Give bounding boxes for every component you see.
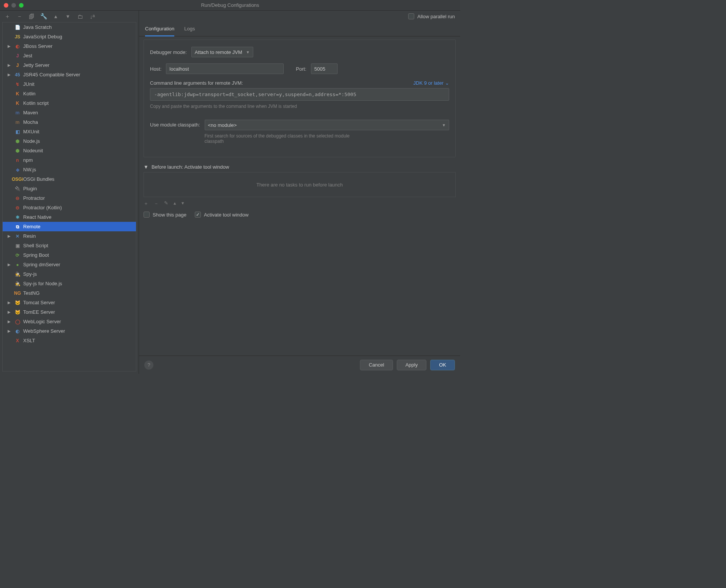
activate-tool-window-checkbox[interactable]	[195, 212, 201, 218]
debugger-mode-select[interactable]: Attach to remote JVM ▼	[191, 47, 253, 57]
tree-item-label: npm	[23, 157, 33, 163]
minimize-window-icon[interactable]	[11, 3, 16, 8]
expand-arrow-icon[interactable]: ▶	[6, 329, 12, 333]
tree-item-label: Protractor	[23, 195, 45, 201]
help-icon[interactable]: ?	[144, 360, 153, 370]
expand-arrow-icon[interactable]: ▶	[6, 300, 12, 305]
tree-item-label: Protractor (Kotlin)	[23, 205, 62, 210]
tree-item-protractor-kotlin-[interactable]: ⊝Protractor (Kotlin)	[3, 203, 136, 212]
configuration-panel: Debugger mode: Attach to remote JVM ▼ Ho…	[144, 40, 456, 157]
tree-item-jetty-server[interactable]: ▶JJetty Server	[3, 60, 136, 70]
tree-item-label: Jetty Server	[23, 62, 49, 68]
tree-item-mocha[interactable]: mMocha	[3, 117, 136, 127]
add-config-icon[interactable]: ＋	[4, 13, 11, 20]
tree-item-tomcat-server[interactable]: ▶🐱Tomcat Server	[3, 298, 136, 307]
tree-item-websphere-server[interactable]: ▶◐WebSphere Server	[3, 326, 136, 336]
tree-item-nodeunit[interactable]: ⬢Nodeunit	[3, 146, 136, 155]
tree-item-node-js[interactable]: ⬢Node.js	[3, 136, 136, 146]
maximize-window-icon[interactable]	[19, 3, 24, 8]
expand-arrow-icon[interactable]: ▶	[6, 73, 12, 77]
tree-item-maven[interactable]: mMaven	[3, 108, 136, 117]
allow-parallel-checkbox[interactable]	[408, 13, 414, 19]
tree-item-shell-script[interactable]: ▣Shell Script	[3, 241, 136, 250]
add-task-icon[interactable]: ＋	[144, 200, 148, 207]
edit-task-icon[interactable]: ✎	[164, 200, 168, 207]
kotlin-script-icon: K	[14, 100, 21, 107]
ok-button[interactable]: OK	[430, 360, 455, 370]
host-input[interactable]: localhost	[166, 63, 284, 74]
tree-item-osgi-bundles[interactable]: OSGiOSGi Bundles	[3, 174, 136, 184]
tree-item-kotlin[interactable]: KKotlin	[3, 89, 136, 98]
chevron-down-icon: ▼	[442, 123, 446, 127]
jetty-server-icon: J	[14, 62, 21, 69]
folder-icon[interactable]: 🗀	[77, 13, 84, 20]
apply-button[interactable]: Apply	[397, 360, 427, 370]
expand-arrow-icon[interactable]: ▶	[6, 319, 12, 324]
expand-arrow-icon[interactable]: ▶	[6, 234, 12, 238]
classpath-select[interactable]: <no module> ▼	[205, 120, 449, 130]
tree-item-protractor[interactable]: ⊝Protractor	[3, 193, 136, 203]
tree-item-label: MXUnit	[23, 129, 39, 134]
tree-item-tomee-server[interactable]: ▶🐱TomEE Server	[3, 307, 136, 317]
expand-arrow-icon[interactable]: ▶	[6, 63, 12, 67]
nodeunit-icon: ⬢	[14, 147, 21, 154]
sort-icon[interactable]: ↓ª	[89, 13, 96, 20]
tab-logs[interactable]: Logs	[184, 26, 195, 36]
port-input[interactable]: 5005	[311, 63, 338, 74]
tree-item-jboss-server[interactable]: ▶◐JBoss Server	[3, 41, 136, 51]
cancel-button[interactable]: Cancel	[360, 360, 393, 370]
tree-item-spring-dmserver[interactable]: ▶●Spring dmServer	[3, 260, 136, 269]
tree-item-junit[interactable]: ↯JUnit	[3, 79, 136, 89]
expand-arrow-icon[interactable]: ▶	[6, 310, 12, 314]
tree-item-mxunit[interactable]: ◧MXUnit	[3, 127, 136, 136]
copy-config-icon[interactable]: 🗐	[28, 13, 35, 20]
expand-arrow-icon[interactable]: ▶	[6, 44, 12, 48]
tree-item-nw-js[interactable]: ◆NW.js	[3, 165, 136, 174]
maven-icon: m	[14, 109, 21, 116]
tree-item-remote[interactable]: ⧉Remote	[3, 222, 136, 231]
tree-item-label: JUnit	[23, 81, 35, 87]
tree-item-javascript-debug[interactable]: JSJavaScript Debug	[3, 32, 136, 41]
kotlin-icon: K	[14, 90, 21, 97]
tree-item-react-native[interactable]: ⚛React Native	[3, 212, 136, 222]
move-task-up-icon[interactable]: ▴	[174, 200, 176, 207]
host-label: Host:	[150, 66, 161, 72]
tree-item-spring-boot[interactable]: ⟳Spring Boot	[3, 250, 136, 260]
jsr45-compatible-server-icon: 45	[14, 71, 21, 78]
cmdline-field[interactable]: -agentlib:jdwp=transport=dt_socket,serve…	[150, 88, 449, 101]
classpath-hint: First search for sources of the debugged…	[205, 133, 368, 144]
tree-item-jest[interactable]: JJest	[3, 51, 136, 60]
tree-item-spy-js[interactable]: 🕵Spy-js	[3, 269, 136, 279]
tree-item-label: OSGi Bundles	[23, 176, 54, 182]
before-launch-tasks: There are no tasks to run before launch	[144, 172, 456, 197]
edit-defaults-icon[interactable]: 🔧	[40, 13, 47, 20]
expand-arrow-icon[interactable]: ▶	[6, 262, 12, 267]
jdk-version-link[interactable]: JDK 9 or later ⌄	[414, 80, 449, 86]
move-task-down-icon[interactable]: ▾	[182, 200, 184, 207]
show-this-page-checkbox[interactable]	[144, 212, 150, 218]
javascript-debug-icon: JS	[14, 33, 21, 40]
tree-item-xslt[interactable]: XXSLT	[3, 336, 136, 345]
tree-item-testng[interactable]: NGTestNG	[3, 288, 136, 298]
tree-item-label: Resin	[23, 233, 36, 239]
node-js-icon: ⬢	[14, 138, 21, 145]
tree-item-npm[interactable]: nnpm	[3, 155, 136, 165]
tree-item-spy-js-for-node-js[interactable]: 🕵Spy-js for Node.js	[3, 279, 136, 288]
config-tree[interactable]: 📄Java ScratchJSJavaScript Debug▶◐JBoss S…	[2, 22, 136, 371]
remove-task-icon[interactable]: －	[154, 200, 159, 207]
tree-item-weblogic-server[interactable]: ▶◯WebLogic Server	[3, 317, 136, 326]
show-this-page-label: Show this page	[153, 212, 186, 218]
chevron-down-icon: ▼	[144, 164, 148, 170]
tab-configuration[interactable]: Configuration	[145, 26, 174, 36]
mxunit-icon: ◧	[14, 128, 21, 135]
tree-item-jsr45-compatible-server[interactable]: ▶45JSR45 Compatible Server	[3, 70, 136, 79]
tree-item-kotlin-script[interactable]: KKotlin script	[3, 98, 136, 108]
move-up-icon[interactable]: ▴	[52, 13, 59, 20]
close-window-icon[interactable]	[4, 3, 8, 8]
tree-item-java-scratch[interactable]: 📄Java Scratch	[3, 22, 136, 32]
remove-config-icon[interactable]: －	[16, 13, 23, 20]
move-down-icon[interactable]: ▾	[65, 13, 71, 20]
tree-item-plugin[interactable]: 🔌Plugin	[3, 184, 136, 193]
before-launch-header[interactable]: ▼ Before launch: Activate tool window	[144, 164, 456, 170]
tree-item-resin[interactable]: ▶✕Resin	[3, 231, 136, 241]
